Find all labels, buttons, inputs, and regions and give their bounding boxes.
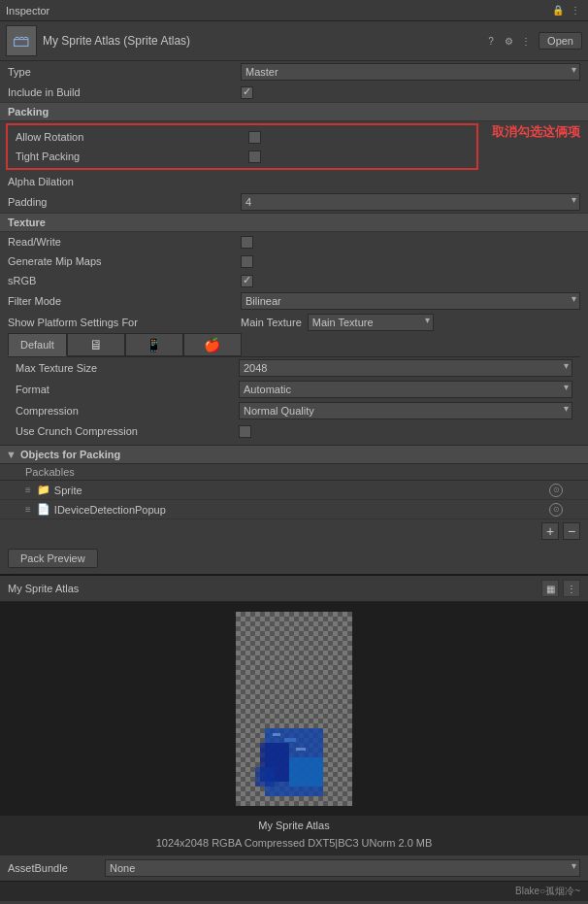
srgb-row: sRGB bbox=[0, 271, 588, 290]
more-options-icon[interactable]: ⋮ bbox=[563, 580, 580, 597]
pack-preview-button[interactable]: Pack Preview bbox=[8, 549, 98, 568]
svg-rect-4 bbox=[273, 733, 280, 736]
grid-icon[interactable]: ▦ bbox=[541, 580, 559, 597]
drag-handle-icon: ≡ bbox=[25, 485, 31, 495]
svg-rect-2 bbox=[289, 757, 323, 787]
checkerboard-bg bbox=[236, 612, 352, 806]
alpha-dilation-label: Alpha Dilation bbox=[8, 176, 241, 187]
type-dropdown-wrap: Master Variant bbox=[241, 63, 580, 81]
asset-bundle-label: AssetBundle bbox=[8, 862, 105, 874]
packing-highlight-box: Allow Rotation Tight Packing bbox=[6, 123, 478, 170]
platform-settings-dropdown-wrap: Main Texture Default bbox=[308, 314, 434, 331]
atlas-name: My Sprite Atlas bbox=[0, 816, 588, 835]
format-label: Format bbox=[16, 384, 239, 395]
drag-handle-icon: ≡ bbox=[25, 504, 31, 515]
more-icon[interactable]: ⋮ bbox=[519, 34, 533, 48]
filter-mode-dropdown[interactable]: Bilinear Point Trilinear bbox=[241, 292, 580, 310]
tight-packing-row: Tight Packing bbox=[8, 147, 476, 166]
device-detection-label: IDeviceDetectionPopup bbox=[54, 504, 166, 516]
folder-icon: 📁 bbox=[37, 484, 50, 496]
read-write-row: Read/Write bbox=[0, 232, 588, 251]
texture-section-header: Texture bbox=[0, 213, 588, 232]
sprite-select-icon[interactable]: ⊙ bbox=[549, 484, 563, 497]
compression-dropdown[interactable]: Normal Quality Low Quality High Quality bbox=[239, 402, 572, 419]
crunch-compression-row: Use Crunch Compression bbox=[0, 421, 588, 441]
asset-bundle-row: AssetBundle None bbox=[0, 854, 588, 881]
platform-settings-dropdown[interactable]: Main Texture Default bbox=[308, 314, 434, 331]
sprite-item-label: Sprite bbox=[54, 485, 82, 496]
objects-for-packing-section: ▼ Objects for Packing Packables ≡ 📁 Spri… bbox=[0, 445, 588, 543]
padding-dropdown-wrap: 4 2 8 bbox=[241, 193, 580, 211]
compression-row: Compression Normal Quality Low Quality H… bbox=[0, 400, 588, 421]
objects-arrow-icon: ▼ bbox=[6, 449, 16, 460]
packables-label: Packables bbox=[0, 464, 588, 481]
crunch-compression-label: Use Crunch Compression bbox=[16, 425, 239, 437]
type-dropdown[interactable]: Master Variant bbox=[241, 63, 580, 81]
texture-label: Texture bbox=[8, 217, 46, 228]
preview-section: My Sprite Atlas ▦ ⋮ bbox=[0, 574, 588, 854]
format-dropdown[interactable]: Automatic DXT5 bbox=[239, 381, 572, 398]
read-write-checkbox[interactable] bbox=[241, 236, 253, 249]
crunch-compression-checkbox[interactable] bbox=[239, 425, 251, 438]
platform-settings-for-value: Main Texture Main Texture Default bbox=[241, 314, 434, 331]
tight-packing-checkbox[interactable] bbox=[248, 151, 261, 163]
generate-mip-maps-label: Generate Mip Maps bbox=[8, 255, 241, 267]
type-row: Type Master Variant bbox=[0, 61, 588, 83]
include-in-build-label: Include in Build bbox=[8, 86, 241, 98]
add-button[interactable]: + bbox=[541, 522, 559, 540]
atlas-info: 1024x2048 RGBA Compressed DXT5|BC3 UNorm… bbox=[0, 835, 588, 854]
asset-icon: 🗃 bbox=[6, 25, 37, 56]
tight-packing-label: Tight Packing bbox=[16, 151, 248, 162]
max-texture-size-dropdown-wrap: 2048 1024 4096 bbox=[239, 359, 572, 377]
inspector-body: Type Master Variant Include in Build Pac… bbox=[0, 61, 588, 574]
preview-icons: ▦ ⋮ bbox=[541, 580, 580, 597]
padding-dropdown[interactable]: 4 2 8 bbox=[241, 193, 580, 211]
lock-icon[interactable]: 🔒 bbox=[551, 4, 565, 17]
asset-bundle-dropdown[interactable]: None bbox=[105, 859, 580, 877]
device-select-icon[interactable]: ⊙ bbox=[549, 503, 563, 517]
packing-section-header: Packing bbox=[0, 102, 588, 121]
svg-rect-6 bbox=[296, 748, 306, 751]
allow-rotation-row: Allow Rotation bbox=[8, 127, 476, 147]
generate-mip-maps-row: Generate Mip Maps bbox=[0, 251, 588, 271]
tab-default[interactable]: Default bbox=[8, 333, 67, 356]
max-texture-size-dropdown[interactable]: 2048 1024 4096 bbox=[239, 359, 572, 377]
menu-icon[interactable]: ⋮ bbox=[569, 4, 582, 17]
platform-tabs: Default 🖥 📱 🍎 bbox=[8, 333, 580, 357]
open-button[interactable]: Open bbox=[539, 32, 582, 50]
inspector-title: Inspector bbox=[6, 5, 49, 17]
apple-icon: 🍎 bbox=[204, 337, 220, 352]
settings-icon[interactable]: ⚙ bbox=[502, 34, 515, 48]
objects-header-label: Objects for Packing bbox=[20, 449, 120, 460]
red-annotation: 取消勾选这俩项 bbox=[484, 121, 588, 143]
filter-mode-label: Filter Mode bbox=[8, 295, 241, 307]
atlas-canvas bbox=[236, 612, 352, 806]
compression-label: Compression bbox=[16, 405, 239, 417]
include-in-build-row: Include in Build bbox=[0, 83, 588, 102]
tab-android[interactable]: 📱 bbox=[125, 333, 183, 356]
generate-mip-maps-checkbox[interactable] bbox=[241, 255, 253, 268]
help-icon[interactable]: ? bbox=[484, 34, 498, 48]
read-write-label: Read/Write bbox=[8, 236, 241, 248]
srgb-label: sRGB bbox=[8, 275, 241, 286]
add-remove-row: + − bbox=[0, 519, 588, 543]
packing-label: Packing bbox=[8, 106, 49, 117]
file-icon: 📄 bbox=[37, 503, 50, 516]
srgb-checkbox[interactable] bbox=[241, 275, 253, 287]
filter-mode-dropdown-wrap: Bilinear Point Trilinear bbox=[241, 292, 580, 310]
tab-apple[interactable]: 🍎 bbox=[183, 333, 242, 356]
compression-dropdown-wrap: Normal Quality Low Quality High Quality bbox=[239, 402, 572, 419]
list-item[interactable]: ≡ 📁 Sprite ⊙ bbox=[0, 481, 588, 500]
title-bar-icons: 🔒 ⋮ bbox=[551, 4, 582, 17]
list-item[interactable]: ≡ 📄 IDeviceDetectionPopup ⊙ bbox=[0, 500, 588, 519]
include-in-build-checkbox[interactable] bbox=[241, 86, 253, 99]
android-icon: 📱 bbox=[146, 337, 162, 352]
objects-for-packing-header: ▼ Objects for Packing bbox=[0, 445, 588, 464]
format-dropdown-wrap: Automatic DXT5 bbox=[239, 381, 572, 398]
remove-button[interactable]: − bbox=[563, 522, 580, 540]
atlas-svg bbox=[236, 612, 352, 806]
inspector-header: 🗃 My Sprite Atlas (Sprite Atlas) ? ⚙ ⋮ O… bbox=[0, 21, 588, 61]
monitor-icon: 🖥 bbox=[89, 337, 103, 352]
allow-rotation-checkbox[interactable] bbox=[248, 131, 261, 144]
tab-windows[interactable]: 🖥 bbox=[67, 333, 125, 356]
